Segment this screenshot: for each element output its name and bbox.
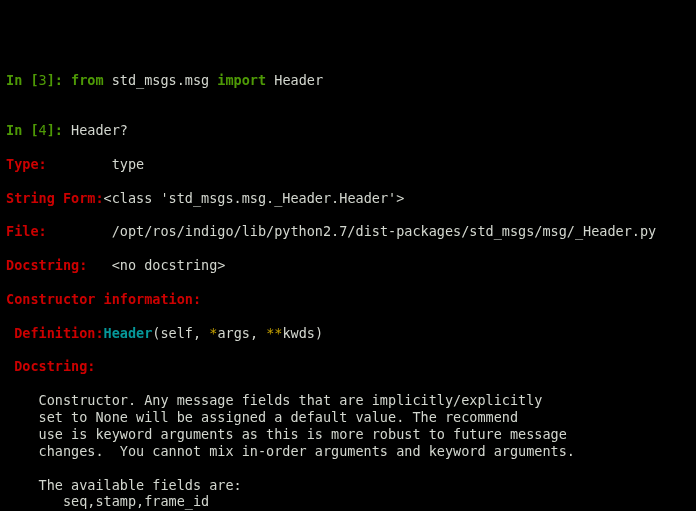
help-constructor-header: Constructor information: — [6, 291, 690, 308]
module-name: std_msgs.msg — [104, 72, 218, 88]
help-docstring-value: <no docstring> — [112, 257, 226, 273]
help-docstring-label: Docstring: — [6, 257, 87, 273]
prompt-num: 3 — [39, 72, 47, 88]
help-definition-row: Definition:Header(self, *args, **kwds) — [6, 325, 690, 342]
help-docstring-header: Docstring: — [6, 358, 690, 375]
help-file-label: File: — [6, 223, 47, 239]
keyword-from: from — [71, 72, 104, 88]
def-function-name: Header — [104, 325, 153, 341]
keyword-import: import — [217, 72, 266, 88]
help-type-label: Type: — [6, 156, 47, 172]
help-string-form-value: <class 'std_msgs.msg._Header.Header'> — [104, 190, 405, 206]
prompt-close: ]: — [47, 72, 71, 88]
help-file-value: /opt/ros/indigo/lib/python2.7/dist-packa… — [112, 223, 657, 239]
class-name: Header — [266, 72, 323, 88]
prompt-in: In [ — [6, 72, 39, 88]
help-string-form-label: String Form: — [6, 190, 104, 206]
prompt-in: In [ — [6, 122, 39, 138]
help-file-row: File: /opt/ros/indigo/lib/python2.7/dist… — [6, 223, 690, 240]
help-type-row: Type: type — [6, 156, 690, 173]
help-string-form-row: String Form:<class 'std_msgs.msg._Header… — [6, 190, 690, 207]
help-type-value: type — [112, 156, 145, 172]
help-docstring-row: Docstring: <no docstring> — [6, 257, 690, 274]
help-query: Header? — [71, 122, 128, 138]
cell-4-input[interactable]: In [4]: Header? — [6, 122, 690, 139]
cell-3-input[interactable]: In [3]: from std_msgs.msg import Header — [6, 72, 690, 89]
help-docstring-body: Constructor. Any message fields that are… — [6, 392, 690, 511]
prompt-close: ]: — [47, 122, 71, 138]
prompt-num: 4 — [39, 122, 47, 138]
help-definition-label: Definition: — [6, 325, 104, 341]
